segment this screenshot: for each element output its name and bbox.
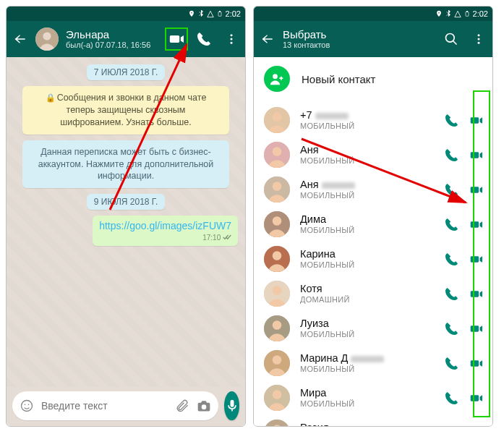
contact-row[interactable]: Котя ДОМАШНИЙ bbox=[254, 274, 492, 309]
contact-avatar bbox=[264, 385, 290, 411]
menu-button[interactable] bbox=[223, 31, 239, 47]
svg-point-22 bbox=[273, 182, 282, 191]
contact-row[interactable]: Луиза МОБИЛЬНЫЙ bbox=[254, 309, 492, 344]
svg-point-28 bbox=[273, 286, 282, 295]
search-button[interactable] bbox=[443, 31, 459, 47]
back-button[interactable] bbox=[260, 31, 276, 47]
contact-name: Марина Д bbox=[300, 352, 435, 365]
svg-point-32 bbox=[273, 355, 282, 365]
svg-point-13 bbox=[478, 34, 480, 36]
status-time: 2:02 bbox=[226, 9, 241, 18]
phone-chat: 2:02 Эльнара был(-а) 07.07.18, 16:56 7 И… bbox=[6, 6, 246, 427]
contact-avatar bbox=[264, 211, 290, 237]
message-time: 17:10 bbox=[202, 234, 221, 242]
video-call-icon[interactable] bbox=[469, 391, 482, 404]
video-call-icon[interactable] bbox=[469, 287, 482, 300]
svg-point-5 bbox=[231, 38, 233, 41]
svg-point-20 bbox=[273, 147, 282, 156]
voice-call-icon[interactable] bbox=[445, 183, 458, 196]
contact-row[interactable]: Аня МОБИЛЬНЫЙ bbox=[254, 135, 492, 170]
voice-call-icon[interactable] bbox=[445, 148, 458, 161]
voice-call-icon[interactable] bbox=[445, 287, 458, 300]
contact-name: Разия bbox=[300, 422, 435, 426]
contact-row[interactable]: Разия МОБИЛЬНЫЙ bbox=[254, 413, 492, 426]
contact-row[interactable]: +7 МОБИЛЬНЫЙ bbox=[254, 101, 492, 135]
location-icon bbox=[435, 10, 443, 17]
contact-row[interactable]: Дима МОБИЛЬНЫЙ bbox=[254, 205, 492, 239]
voice-call-icon[interactable] bbox=[445, 391, 458, 404]
date-separator: 9 ИЮЛЯ 2018 Г. bbox=[87, 194, 166, 210]
contact-row[interactable]: Аня МОБИЛЬНЫЙ bbox=[254, 170, 492, 205]
back-button[interactable] bbox=[12, 31, 28, 47]
contact-type: МОБИЛЬНЫЙ bbox=[300, 260, 435, 270]
contact-type: МОБИЛЬНЫЙ bbox=[300, 226, 435, 235]
emoji-icon[interactable] bbox=[20, 399, 34, 413]
picker-subtitle: 13 контактов bbox=[283, 41, 436, 49]
outgoing-message[interactable]: https://goo.gl/images/izFUW7 17:10 bbox=[93, 216, 238, 246]
status-bar: 2:02 bbox=[254, 7, 492, 21]
svg-point-7 bbox=[22, 401, 33, 412]
business-notice[interactable]: Данная переписка может быть с бизнес-акк… bbox=[22, 140, 228, 189]
mic-button[interactable] bbox=[224, 391, 239, 420]
contact-avatar bbox=[264, 420, 290, 426]
voice-call-icon[interactable] bbox=[445, 357, 458, 370]
message-link[interactable]: https://goo.gl/images/izFUW7 bbox=[99, 220, 231, 231]
svg-point-8 bbox=[25, 404, 26, 406]
chat-contact-name: Эльнара bbox=[66, 29, 161, 41]
contact-row[interactable]: Карина МОБИЛЬНЫЙ bbox=[254, 239, 492, 274]
voice-call-icon[interactable] bbox=[445, 114, 458, 127]
video-call-icon[interactable] bbox=[469, 148, 482, 161]
encryption-notice[interactable]: 🔒Сообщения и звонки в данном чате теперь… bbox=[22, 86, 228, 135]
svg-point-15 bbox=[478, 42, 480, 44]
contact-avatar bbox=[264, 315, 290, 341]
contact-row[interactable]: Марина Д МОБИЛЬНЫЙ bbox=[254, 344, 492, 378]
chat-body: 7 ИЮЛЯ 2018 Г. 🔒Сообщения и звонки в дан… bbox=[7, 57, 245, 387]
svg-point-9 bbox=[28, 404, 30, 406]
contact-name: +7 bbox=[300, 109, 435, 122]
svg-rect-0 bbox=[218, 12, 221, 16]
voice-call-icon[interactable] bbox=[445, 322, 458, 335]
attach-icon[interactable] bbox=[175, 399, 189, 413]
svg-rect-1 bbox=[219, 11, 220, 12]
delivered-icon bbox=[223, 234, 231, 241]
contact-type: МОБИЛЬНЫЙ bbox=[300, 365, 435, 374]
chat-avatar[interactable] bbox=[35, 27, 59, 51]
contact-type: МОБИЛЬНЫЙ bbox=[300, 330, 435, 339]
contact-name: Дима bbox=[300, 213, 435, 226]
video-call-icon[interactable] bbox=[469, 114, 482, 127]
contact-name: Луиза bbox=[300, 318, 435, 330]
contact-type: МОБИЛЬНЫЙ bbox=[300, 399, 435, 409]
picker-title: Выбрать bbox=[283, 29, 436, 41]
voice-call-button[interactable] bbox=[196, 31, 212, 47]
svg-rect-10 bbox=[466, 12, 469, 16]
new-contact-button[interactable]: Новый контакт bbox=[254, 57, 492, 101]
camera-icon[interactable] bbox=[197, 399, 211, 413]
video-call-icon[interactable] bbox=[469, 183, 482, 196]
menu-button[interactable] bbox=[471, 31, 487, 47]
voice-call-icon[interactable] bbox=[445, 252, 458, 265]
chat-last-seen: был(-а) 07.07.18, 16:56 bbox=[66, 41, 161, 49]
contact-type: ДОМАШНИЙ bbox=[300, 295, 435, 305]
svg-point-24 bbox=[273, 216, 282, 226]
contact-avatar bbox=[264, 142, 290, 168]
date-separator: 7 ИЮЛЯ 2018 Г. bbox=[87, 64, 166, 80]
video-call-button[interactable] bbox=[168, 31, 184, 47]
svg-point-18 bbox=[273, 112, 282, 122]
video-call-icon[interactable] bbox=[469, 252, 482, 265]
svg-point-3 bbox=[43, 32, 51, 40]
chat-input-bar bbox=[7, 387, 245, 426]
phone-contacts: 2:02 Выбрать 13 контактов Новый контакт bbox=[253, 6, 493, 427]
battery-icon bbox=[216, 10, 223, 17]
contact-avatar bbox=[264, 176, 290, 203]
video-call-icon[interactable] bbox=[469, 218, 482, 231]
video-call-icon[interactable] bbox=[469, 322, 482, 335]
video-call-icon[interactable] bbox=[469, 357, 482, 370]
contact-row[interactable]: Мира МОБИЛЬНЫЙ bbox=[254, 378, 492, 413]
contact-name: Аня bbox=[300, 179, 435, 191]
contact-type: МОБИЛЬНЫЙ bbox=[300, 122, 435, 131]
voice-call-icon[interactable] bbox=[445, 218, 458, 231]
message-input[interactable] bbox=[41, 400, 168, 412]
add-contact-icon bbox=[264, 66, 290, 92]
svg-point-4 bbox=[231, 34, 233, 36]
status-time: 2:02 bbox=[473, 9, 488, 18]
